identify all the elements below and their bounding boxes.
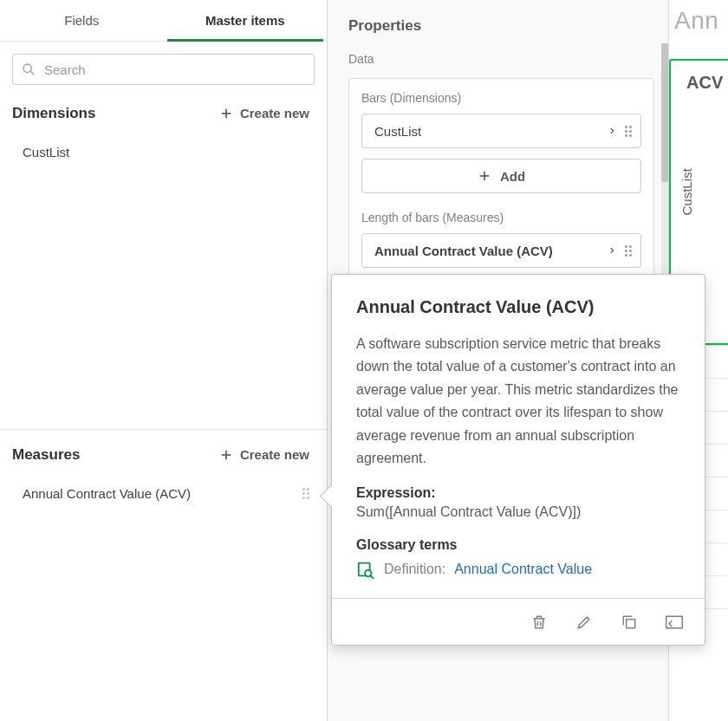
tab-master-items[interactable]: Master items <box>164 0 328 41</box>
duplicate-button[interactable] <box>618 611 640 633</box>
measure-item-label: Annual Contract Value (ACV) <box>23 486 191 501</box>
length-field-label: Annual Contract Value (ACV) <box>374 244 553 258</box>
search-input[interactable] <box>44 62 305 77</box>
popover-title: Annual Contract Value (ACV) <box>356 297 680 317</box>
glossary-icon <box>356 560 375 579</box>
create-dimension-label: Create new <box>240 106 309 120</box>
create-measure-button[interactable]: Create new <box>214 444 315 465</box>
properties-data-label[interactable]: Data <box>348 49 654 78</box>
length-field-pill[interactable]: Annual Contract Value (ACV) <box>361 233 641 268</box>
length-label: Length of bars (Measures) <box>361 211 641 224</box>
properties-title: Properties <box>328 0 668 49</box>
drag-handle-icon[interactable] <box>625 245 632 257</box>
chart-axis-label: CustList <box>679 168 694 215</box>
drag-handle-icon[interactable] <box>302 488 309 499</box>
svg-rect-13 <box>627 620 635 628</box>
dimensions-title: Dimensions <box>12 105 95 122</box>
search-icon <box>22 62 36 76</box>
add-dimension-button[interactable]: Add <box>361 159 641 193</box>
add-to-sheet-button[interactable] <box>663 611 686 633</box>
expression-label: Expression: <box>356 485 680 501</box>
bars-field-label: CustList <box>374 124 421 139</box>
tab-master-items-label: Master items <box>205 13 285 28</box>
pencil-icon <box>575 614 593 631</box>
svg-line-1 <box>30 71 34 75</box>
tab-fields[interactable]: Fields <box>0 0 164 41</box>
glossary-label: Glossary terms <box>356 537 680 553</box>
bars-label: Bars (Dimensions) <box>361 91 641 105</box>
add-to-sheet-icon <box>665 614 684 631</box>
definition-label: Definition: <box>384 562 445 577</box>
plus-icon <box>478 169 491 183</box>
dimension-item[interactable]: CustList <box>0 134 327 170</box>
svg-point-9 <box>365 570 371 576</box>
chart-title-partial: Ann <box>674 7 718 35</box>
search-box[interactable] <box>12 54 315 85</box>
chart-acv-label: ACV <box>686 73 723 93</box>
assets-tabs: Fields Master items <box>0 0 327 42</box>
popover-footer <box>332 598 705 645</box>
dimension-item-label: CustList <box>23 145 69 159</box>
assets-panel: Fields Master items Dimensions Create ne… <box>0 0 328 721</box>
svg-rect-14 <box>666 616 683 628</box>
add-label: Add <box>500 169 525 184</box>
dimensions-header: Dimensions Create new <box>0 92 327 133</box>
measure-details-popover: Annual Contract Value (ACV) A software s… <box>331 274 705 646</box>
create-measure-label: Create new <box>240 447 309 462</box>
properties-data-card: Bars (Dimensions) CustList Add Length of… <box>348 78 654 283</box>
scrollbar-thumb[interactable] <box>661 43 668 182</box>
chevron-right-icon <box>608 246 616 255</box>
plus-icon <box>219 107 233 120</box>
edit-button[interactable] <box>573 611 595 633</box>
svg-point-0 <box>23 64 31 72</box>
measures-header: Measures Create new <box>0 433 327 474</box>
tab-fields-label: Fields <box>64 13 99 28</box>
plus-icon <box>219 448 233 462</box>
create-dimension-button[interactable]: Create new <box>214 102 315 124</box>
measure-item[interactable]: Annual Contract Value (ACV) <box>0 476 327 511</box>
delete-button[interactable] <box>528 611 550 633</box>
measures-title: Measures <box>12 446 80 464</box>
svg-line-10 <box>371 576 374 580</box>
duplicate-icon <box>621 614 638 631</box>
definition-link[interactable]: Annual Contract Value <box>454 562 592 577</box>
bars-field-pill[interactable]: CustList <box>361 114 641 148</box>
drag-handle-icon[interactable] <box>625 126 632 137</box>
chevron-right-icon <box>608 127 616 135</box>
popover-description: A software subscription service metric t… <box>356 333 680 470</box>
expression-value: Sum([Annual Contract Value (ACV)]) <box>356 504 680 520</box>
trash-icon <box>530 614 548 631</box>
